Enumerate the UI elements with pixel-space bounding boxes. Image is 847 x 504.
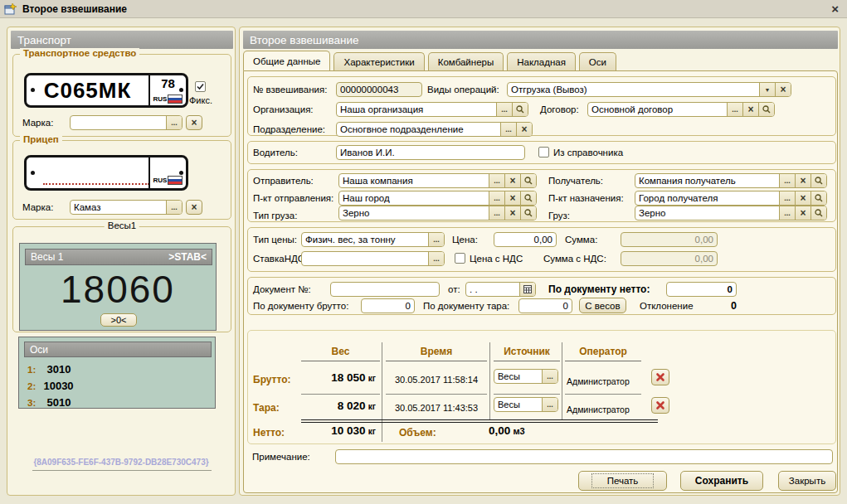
select-ellipsis-icon[interactable]: ... xyxy=(428,252,444,265)
price-field[interactable] xyxy=(494,232,557,247)
select-ellipsis-icon[interactable]: ... xyxy=(166,116,182,129)
number-label: № взвешивания: xyxy=(253,82,327,97)
trailer-brand-clear-button[interactable]: × xyxy=(186,200,202,215)
scale-display-header: Весы 1 >STAB< xyxy=(25,249,212,265)
cargo-field[interactable]: ... × xyxy=(635,206,827,220)
netto-label: Нетто: xyxy=(253,425,285,440)
search-icon[interactable] xyxy=(512,103,528,116)
tara-label: Тара: xyxy=(253,400,280,415)
tab-waybill[interactable]: Накладная xyxy=(507,52,576,70)
doc-brutto-field[interactable] xyxy=(361,298,415,313)
vat-rate-field[interactable]: ... xyxy=(301,251,445,266)
select-ellipsis-icon[interactable]: ... xyxy=(500,123,516,136)
division-field[interactable]: ... × xyxy=(336,122,533,137)
division-label: Подразделение: xyxy=(253,122,325,137)
tab-characteristics[interactable]: Характеристики xyxy=(333,52,424,70)
tab-axles[interactable]: Оси xyxy=(579,52,616,70)
select-ellipsis-icon[interactable]: ... xyxy=(727,103,742,116)
tara-delete-button[interactable] xyxy=(651,397,669,414)
axle-row: 3: 5010 xyxy=(27,395,71,410)
from-scales-button[interactable]: С весов xyxy=(579,298,626,313)
search-icon[interactable] xyxy=(810,191,826,205)
select-ellipsis-icon[interactable]: ... xyxy=(489,174,504,187)
sum-with-vat-field xyxy=(621,251,718,266)
cargo-label: Груз: xyxy=(548,208,570,223)
trailer-brand-field[interactable]: ... xyxy=(70,200,183,215)
clear-icon[interactable]: × xyxy=(516,123,532,136)
search-icon[interactable] xyxy=(520,174,536,187)
driver-field[interactable] xyxy=(336,145,525,160)
dep-point-field[interactable]: ... × xyxy=(338,191,537,206)
tab-general[interactable]: Общие данные xyxy=(243,51,330,70)
org-field[interactable]: ... xyxy=(336,102,528,117)
clear-icon[interactable]: × xyxy=(795,174,810,187)
from-catalog-checkbox[interactable] xyxy=(538,147,549,158)
cargo-type-label: Тип груза: xyxy=(253,208,297,223)
clear-icon[interactable]: × xyxy=(504,206,520,220)
volume-label: Объем: xyxy=(399,425,436,440)
doc-netto-field[interactable] xyxy=(666,282,737,297)
select-ellipsis-icon[interactable]: ... xyxy=(166,201,182,214)
close-button[interactable]: Закрыть xyxy=(778,471,836,491)
note-field[interactable] xyxy=(335,449,833,464)
select-ellipsis-icon[interactable]: ... xyxy=(489,191,504,205)
search-icon[interactable] xyxy=(810,174,826,187)
vehicle-plate[interactable]: С065МК 78 RUS xyxy=(24,73,188,108)
cargo-type-field[interactable]: ... × xyxy=(338,206,537,220)
doc-date-field[interactable] xyxy=(465,282,536,297)
brutto-delete-button[interactable] xyxy=(651,369,669,385)
select-ellipsis-icon[interactable]: ... xyxy=(779,174,795,187)
receiver-field[interactable]: ... × xyxy=(635,173,827,188)
clear-icon[interactable]: × xyxy=(795,191,810,205)
transport-header: Транспорт xyxy=(11,31,233,49)
tab-combiners[interactable]: Комбайнеры xyxy=(428,52,504,70)
contract-field[interactable]: ... × xyxy=(587,102,775,117)
tara-source-field[interactable]: ... xyxy=(494,397,558,412)
select-ellipsis-icon[interactable]: ... xyxy=(489,206,504,220)
brutto-source-field[interactable]: ... xyxy=(494,369,558,384)
search-icon[interactable] xyxy=(520,191,536,205)
scale-weight-value: 18060 xyxy=(20,267,216,312)
fixed-checkbox[interactable] xyxy=(195,81,206,92)
doc-tara-field[interactable] xyxy=(518,298,572,313)
clear-icon[interactable]: × xyxy=(795,206,810,220)
clear-icon[interactable]: × xyxy=(504,191,520,205)
select-ellipsis-icon[interactable]: ... xyxy=(496,103,512,116)
select-ellipsis-icon[interactable]: ... xyxy=(779,191,795,205)
select-ellipsis-icon[interactable]: ... xyxy=(542,398,557,411)
zero-button[interactable]: >0< xyxy=(100,313,137,327)
weighing-panel: Второе взвешивание Общие данные Характер… xyxy=(239,27,840,496)
vehicle-brand-field[interactable]: ... xyxy=(70,115,183,130)
price-type-field[interactable]: ... xyxy=(301,232,445,247)
save-button[interactable]: Сохранить xyxy=(680,471,763,491)
dropdown-icon[interactable]: ▼ xyxy=(759,83,775,96)
dest-point-field[interactable]: ... × xyxy=(635,191,827,206)
search-icon[interactable] xyxy=(520,206,536,220)
print-button[interactable]: Печать xyxy=(578,471,667,491)
close-icon[interactable]: × xyxy=(831,2,839,16)
weighings-table-group: Вес Время Источник Оператор Брутто: 18 0… xyxy=(247,330,836,444)
vehicle-brand-clear-button[interactable]: × xyxy=(186,115,202,130)
search-icon[interactable] xyxy=(810,206,826,220)
clear-icon[interactable]: × xyxy=(504,174,520,187)
number-field xyxy=(336,82,422,97)
sender-field[interactable]: ... × xyxy=(338,173,537,188)
fixed-label: Фикс. xyxy=(189,93,212,108)
doc-number-field[interactable] xyxy=(330,282,440,297)
trailer-plate[interactable]: RUS xyxy=(24,155,188,191)
tara-operator: Администратор xyxy=(567,402,630,417)
axle-value: 3010 xyxy=(46,363,71,376)
deviation-value: 0 xyxy=(699,298,737,313)
select-ellipsis-icon[interactable]: ... xyxy=(428,233,444,246)
price-with-vat-checkbox[interactable] xyxy=(455,253,465,264)
calendar-icon[interactable] xyxy=(519,283,535,296)
delete-x-icon xyxy=(655,400,665,410)
operation-combo[interactable]: ▼ × xyxy=(507,82,791,97)
search-icon[interactable] xyxy=(758,103,774,116)
clear-icon[interactable]: × xyxy=(742,103,758,116)
clear-icon[interactable]: × xyxy=(775,83,791,96)
contract-label: Договор: xyxy=(540,102,579,117)
select-ellipsis-icon[interactable]: ... xyxy=(779,206,795,220)
select-ellipsis-icon[interactable]: ... xyxy=(542,370,557,383)
volume-value: 0,00 м3 xyxy=(489,424,525,439)
